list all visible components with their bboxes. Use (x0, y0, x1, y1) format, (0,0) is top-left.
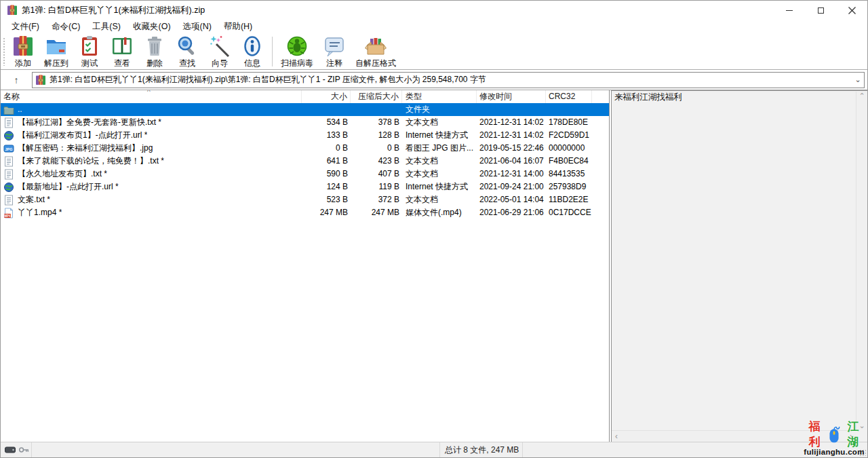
scroll-left-icon[interactable]: ‹ (615, 432, 618, 440)
scroll-right-icon[interactable]: › (850, 432, 852, 440)
file-type: 看图王 JPG 图片... (402, 142, 477, 155)
file-packed-size: 128 B (351, 129, 402, 142)
file-crc32: 178DE80E (546, 116, 592, 129)
toolbar: 添加 解压到 测试 查看 删除 查找 向导 信息 扫描病毒 注释 自解压格式 (1, 33, 867, 70)
url-file-icon (3, 130, 14, 141)
table-row[interactable]: 【永久地址发布页】.txt * 590 B 407 B 文本文档 2021-12… (1, 168, 609, 180)
titlebar: 第1弹: 白皙D杯巨乳丫丫1(来福利江湖找福利).zip (1, 1, 867, 20)
toolbar-separator (272, 37, 273, 66)
menu-item[interactable]: 收藏夹(O) (127, 20, 177, 34)
menubar: 文件(F)命令(C)工具(S)收藏夹(O)选项(N)帮助(H) (1, 20, 867, 33)
extract-to-icon (45, 35, 67, 57)
column-header-size[interactable]: 大小 (302, 90, 351, 103)
test-icon (79, 35, 100, 57)
column-header-modified[interactable]: 修改时间 (477, 90, 546, 103)
comment-vertical-scrollbar[interactable]: ⌃ ⌄ (856, 92, 867, 430)
toolbar-gripper[interactable] (3, 37, 5, 66)
file-crc32 (546, 103, 592, 116)
menu-item[interactable]: 文件(F) (5, 20, 45, 34)
comment-horizontal-scrollbar[interactable]: ‹ › (612, 430, 856, 442)
statusbar-totals: 总计 8 文件, 247 MB (440, 442, 523, 457)
scan-virus-icon (286, 35, 308, 57)
file-type: 文本文档 (402, 193, 477, 206)
close-button[interactable] (836, 1, 867, 20)
txt-file-icon (3, 117, 14, 128)
up-arrow-icon: ↑ (14, 75, 19, 85)
toolbar-button-find[interactable]: 查找 (171, 34, 203, 69)
archive-comment-text: 来福利江湖找福利 (612, 91, 867, 104)
resize-grip[interactable] (859, 449, 866, 456)
toolbar-button-view[interactable]: 查看 (106, 34, 138, 69)
txt-file-icon (3, 195, 14, 206)
menu-item[interactable]: 命令(C) (45, 20, 86, 34)
archive-mini-icon (35, 75, 46, 85)
file-crc32: 0C17DCCE (546, 206, 592, 219)
menu-item[interactable]: 选项(N) (177, 20, 218, 34)
delete-icon (144, 35, 165, 57)
file-name: 【最新地址】-点此打开.url * (18, 180, 119, 193)
table-row[interactable]: 【最新地址】-点此打开.url * 124 B 119 B Internet 快… (1, 180, 609, 193)
toolbar-button-sfx[interactable]: 自解压格式 (351, 34, 401, 69)
drive-icon[interactable] (5, 446, 16, 454)
column-header-row: 名称 大小 压缩后大小 类型 修改时间 CRC32 ^ (1, 90, 609, 103)
table-row[interactable]: 文案.txt * 523 B 372 B 文本文档 2022-05-01 14:… (1, 193, 609, 206)
svg-text:MP4: MP4 (4, 214, 11, 217)
column-header-crc32[interactable]: CRC32 (546, 90, 592, 103)
table-row[interactable]: 【来了就能下载的论坛，纯免费！】.txt * 641 B 423 B 文本文档 … (1, 155, 609, 168)
table-row[interactable]: 【福利江湖发布页1】-点此打开.url * 133 B 128 B Intern… (1, 129, 609, 142)
toolbar-button-wizard[interactable]: 向导 (203, 34, 236, 69)
winrar-app-icon (7, 5, 18, 16)
table-row[interactable]: MP4丫丫1.mp4 * 247 MB 247 MB 媒体文件(.mp4) 20… (1, 206, 609, 219)
file-size: 124 B (302, 180, 351, 193)
window-controls (774, 1, 867, 20)
statusbar-right-area (523, 442, 867, 457)
toolbar-button-add-archive[interactable]: 添加 (7, 34, 39, 69)
file-packed-size (351, 103, 402, 116)
file-type: 文本文档 (402, 116, 477, 129)
comment-icon (323, 35, 345, 57)
file-crc32: F4B0EC84 (546, 155, 592, 168)
file-modified: 2021-12-31 14:00 (477, 168, 546, 180)
toolbar-button-info[interactable]: 信息 (236, 34, 269, 69)
table-row[interactable]: JPG【解压密码：来福利江湖找福利】.jpg 0 B 0 B 看图王 JPG 图… (1, 142, 609, 155)
close-icon (848, 7, 856, 14)
file-type: 文本文档 (402, 168, 477, 180)
chevron-down-icon: ⌄ (854, 75, 861, 83)
url-file-icon (3, 182, 14, 193)
scroll-up-icon[interactable]: ⌃ (859, 92, 865, 100)
file-name: 文案.txt * (18, 193, 50, 206)
find-icon (176, 35, 198, 57)
menu-item[interactable]: 工具(S) (86, 20, 127, 34)
statusbar-message-area (32, 442, 440, 457)
up-one-level-button[interactable]: ↑ (7, 72, 26, 88)
key-icon[interactable] (18, 446, 29, 454)
table-row[interactable]: 【福利江湖】全免费-无套路-更新快.txt * 534 B 378 B 文本文档… (1, 116, 609, 129)
column-header-type[interactable]: 类型 (402, 90, 477, 103)
maximize-button[interactable] (805, 1, 836, 20)
address-combo[interactable]: 第1弹: 白皙D杯巨乳丫丫1(来福利江湖找福利).zip\第1弹: 白皙D杯巨乳… (32, 72, 865, 88)
info-icon (241, 35, 263, 57)
toolbar-button-test[interactable]: 测试 (73, 34, 106, 69)
column-header-packed[interactable]: 压缩后大小 (351, 90, 402, 103)
minimize-button[interactable] (774, 1, 805, 20)
file-name: 【解压密码：来福利江湖找福利】.jpg (18, 142, 153, 155)
file-packed-size: 119 B (351, 180, 402, 193)
toolbar-button-extract-to[interactable]: 解压到 (39, 34, 73, 69)
file-modified: 2021-06-04 16:07 (477, 155, 546, 168)
file-crc32: 84413535 (546, 168, 592, 180)
toolbar-button-delete[interactable]: 删除 (138, 34, 171, 69)
scroll-down-icon[interactable]: ⌄ (859, 422, 865, 430)
address-dropdown-button[interactable]: ⌄ (852, 75, 864, 84)
menu-item[interactable]: 帮助(H) (218, 20, 258, 34)
column-header-name[interactable]: 名称 (1, 90, 302, 103)
mp4-file-icon: MP4 (3, 208, 14, 218)
jpg-file-icon: JPG (3, 143, 14, 154)
file-type: Internet 快捷方式 (402, 129, 477, 142)
file-type: 媒体文件(.mp4) (402, 206, 477, 219)
toolbar-button-comment[interactable]: 注释 (318, 34, 351, 69)
file-type: Internet 快捷方式 (402, 180, 477, 193)
file-modified (477, 103, 546, 116)
archive-comment-panel: 来福利江湖找福利 ⌃ ⌄ ‹ › (611, 90, 867, 442)
table-row[interactable]: .. 文件夹 (1, 103, 609, 116)
toolbar-button-scan-virus[interactable]: 扫描病毒 (276, 34, 318, 69)
